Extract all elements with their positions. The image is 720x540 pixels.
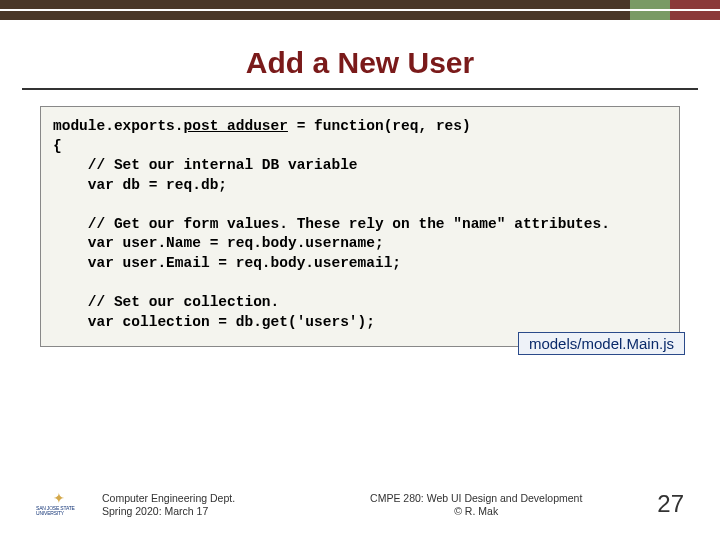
logo-university-name: SAN JOSE STATE UNIVERSITY xyxy=(36,506,82,516)
code-line xyxy=(53,195,667,215)
slide-footer: ✦ SAN JOSE STATE UNIVERSITY Computer Eng… xyxy=(0,488,720,518)
logo-star-icon: ✦ xyxy=(53,491,65,505)
code-line: // Set our internal DB variable xyxy=(53,156,667,176)
code-function-name: post_adduser xyxy=(184,118,288,134)
code-line xyxy=(53,274,667,294)
file-path-label: models/model.Main.js xyxy=(518,332,685,355)
code-line: module.exports. xyxy=(53,118,184,134)
title-underline xyxy=(22,88,698,90)
code-line: var user.Email = req.body.useremail; xyxy=(53,254,667,274)
slide-title: Add a New User xyxy=(0,46,720,80)
code-line: // Set our collection. xyxy=(53,293,667,313)
course-info: CMPE 280: Web UI Design and Development … xyxy=(295,492,657,518)
page-number: 27 xyxy=(657,490,684,518)
code-line: var collection = db.get('users'); xyxy=(53,313,667,333)
code-line: = function(req, res) xyxy=(288,118,471,134)
code-line: var user.Name = req.body.username; xyxy=(53,234,667,254)
code-line: var db = req.db; xyxy=(53,176,667,196)
code-block: module.exports.post_adduser = function(r… xyxy=(40,106,680,347)
dept-line: Spring 2020: March 17 xyxy=(102,505,235,518)
course-line: © R. Mak xyxy=(295,505,657,518)
decorative-top-bars xyxy=(0,0,720,20)
department-info: Computer Engineering Dept. Spring 2020: … xyxy=(102,492,235,518)
course-line: CMPE 280: Web UI Design and Development xyxy=(295,492,657,505)
university-logo: ✦ SAN JOSE STATE UNIVERSITY xyxy=(36,488,82,518)
code-line: { xyxy=(53,137,667,157)
dept-line: Computer Engineering Dept. xyxy=(102,492,235,505)
code-line: // Get our form values. These rely on th… xyxy=(53,215,667,235)
